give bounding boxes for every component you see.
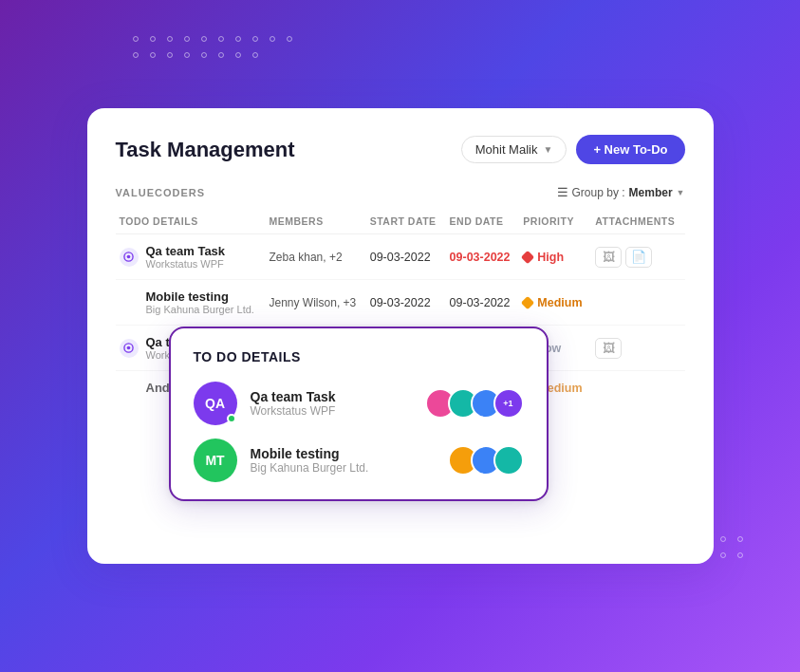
attachments: 🖼	[595, 338, 677, 359]
main-card: Task Management Mohit Malik ▼ + New To-D…	[87, 108, 714, 564]
page-title: Task Management	[116, 138, 295, 162]
todo-cell: Mobile testing Big Kahuna Burger Ltd.	[120, 289, 258, 315]
priority-badge: Medium	[523, 296, 584, 309]
col-end-date: END DATE	[446, 209, 520, 234]
popup-item[interactable]: QA Qa team Task Workstatus WPF +1	[194, 382, 524, 425]
col-todo-details: TODO DETAILS	[116, 209, 266, 234]
start-date: 09-03-2022	[370, 296, 431, 309]
popup-task-name: Mobile testing	[251, 446, 369, 461]
user-dropdown[interactable]: Mohit Malik ▼	[461, 136, 567, 163]
member-avatar	[493, 445, 524, 476]
attachments	[591, 371, 684, 405]
popup-item[interactable]: MT Mobile testing Big Kahuna Burger Ltd.	[194, 439, 524, 482]
filter-icon: ☰	[557, 185, 568, 199]
popup-task-subtitle: Workstatus WPF	[251, 404, 336, 418]
members-text: Zeba khan, +2	[270, 251, 343, 264]
todo-cell: Qa team Task Workstatus WPF	[120, 244, 258, 270]
chevron-down-icon: ▼	[677, 188, 685, 197]
todo-text: Qa team Task Workstatus WPF	[146, 244, 226, 270]
popup-avatar-initials: MT	[205, 453, 224, 468]
priority-label: Medium	[537, 296, 582, 309]
end-date: 09-03-2022	[450, 296, 511, 309]
header: Task Management Mohit Malik ▼ + New To-D…	[116, 135, 685, 164]
svg-point-3	[127, 346, 131, 350]
popup-task-name: Qa team Task	[251, 389, 336, 404]
popup-task-info: Mobile testing Big Kahuna Burger Ltd.	[251, 446, 369, 475]
col-members: MEMBERS	[266, 209, 366, 234]
priority-icon	[521, 295, 534, 308]
task-subtitle: Workstatus WPF	[146, 258, 226, 270]
online-indicator	[227, 414, 236, 423]
new-todo-button[interactable]: + New To-Do	[576, 135, 684, 164]
org-name: VALUECODERS	[116, 187, 206, 198]
svg-point-1	[127, 255, 131, 259]
subheader: VALUECODERS ☰ Group by : Member ▼	[116, 185, 685, 199]
todo-icon	[120, 339, 139, 358]
image-attachment[interactable]: 🖼	[595, 338, 622, 359]
col-priority: PRIORITY	[519, 209, 591, 234]
end-date: 09-03-2022	[450, 251, 511, 264]
priority-icon	[521, 250, 534, 263]
priority-label: High	[537, 251, 564, 264]
task-name: Qa team Task	[146, 244, 226, 258]
table-header-row: TODO DETAILS MEMBERS START DATE END DATE…	[116, 209, 685, 234]
table-row[interactable]: Qa team Task Workstatus WPF Zeba khan, +…	[116, 234, 685, 280]
members-text: Jenny Wilson, +3	[270, 296, 357, 309]
popup-task-subtitle: Big Kahuna Burger Ltd.	[251, 461, 369, 475]
header-actions: Mohit Malik ▼ + New To-Do	[461, 135, 685, 164]
attachments: 🖼 📄	[595, 247, 677, 268]
popup-avatar: MT	[194, 439, 237, 482]
member-avatar: +1	[493, 388, 524, 419]
col-start-date: START DATE	[366, 209, 446, 234]
user-name: Mohit Malik	[475, 142, 538, 157]
todo-text: Mobile testing Big Kahuna Burger Ltd.	[146, 289, 254, 315]
group-by-value: Member	[629, 186, 673, 199]
table-row[interactable]: Mobile testing Big Kahuna Burger Ltd. Je…	[116, 280, 685, 326]
start-date: 09-03-2022	[370, 251, 431, 264]
chevron-down-icon: ▼	[543, 144, 552, 155]
col-attachments: ATTACHMENTS	[591, 209, 684, 234]
attachments	[591, 280, 684, 326]
doc-attachment[interactable]: 📄	[625, 247, 652, 268]
todo-icon	[120, 248, 139, 267]
todo-details-popup: TO DO DETAILS QA Qa team Task Workstatus…	[169, 327, 549, 501]
task-name: Mobile testing	[146, 289, 254, 304]
popup-member-avatars: +1	[425, 388, 524, 419]
group-by-label: Group by :	[572, 186, 625, 199]
popup-title: TO DO DETAILS	[194, 349, 524, 364]
popup-avatar: QA	[194, 382, 237, 425]
task-subtitle: Big Kahuna Burger Ltd.	[146, 304, 254, 315]
popup-member-avatars	[448, 445, 524, 476]
popup-avatar-initials: QA	[205, 396, 225, 411]
priority-badge: High	[523, 251, 584, 264]
popup-task-info: Qa team Task Workstatus WPF	[251, 389, 336, 418]
group-by-control[interactable]: ☰ Group by : Member ▼	[557, 185, 685, 199]
image-attachment[interactable]: 🖼	[595, 247, 622, 268]
